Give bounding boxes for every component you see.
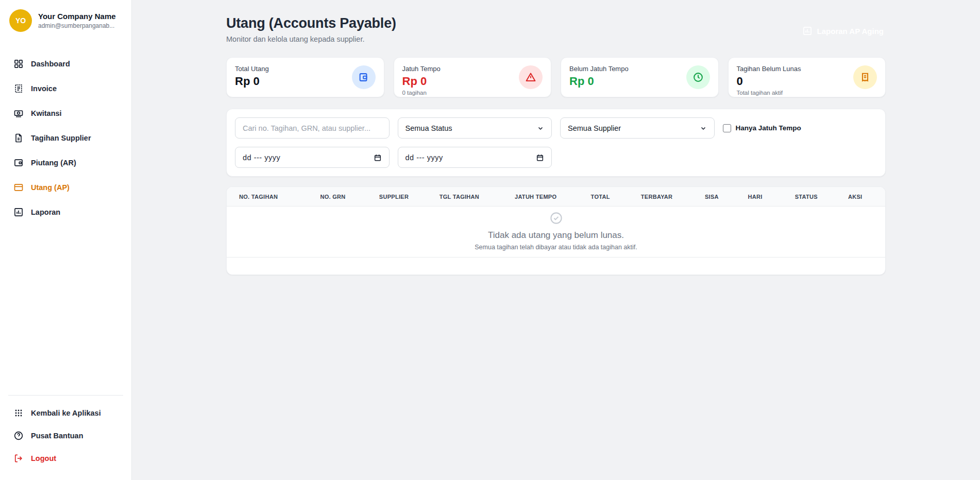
column-header-jatuh-tempo: JATUH TEMPO [515, 194, 591, 200]
sidebar-item-label: Tagihan Supplier [31, 134, 91, 142]
sidebar-item-pusat-bantuan[interactable]: Pusat Bantuan [8, 424, 123, 447]
sidebar-item-label: Logout [31, 454, 56, 462]
sidebar-item-label: Dashboard [31, 60, 70, 68]
status-select-value: Semua Status [405, 124, 452, 132]
stat-value: Rp 0 [402, 75, 441, 88]
chevron-down-icon [537, 125, 544, 132]
sidebar-item-kembali-ke-aplikasi[interactable]: Kembali ke Aplikasi [8, 402, 123, 424]
stat-info: Tagihan Belum Lunas 0 Total tagihan akti… [737, 64, 801, 91]
logout-icon [13, 453, 24, 464]
column-header-no-grn: NO. GRN [320, 194, 379, 200]
sidebar-item-label: Kembali ke Aplikasi [31, 409, 101, 417]
sidebar-item-tagihan-supplier[interactable]: Tagihan Supplier [8, 126, 123, 150]
help-circle-icon [13, 431, 24, 441]
supplier-select[interactable]: Semua Supplier [560, 117, 715, 139]
filter-bar: Semua Status Semua Supplier Hanya Jatuh … [226, 109, 886, 177]
search-input[interactable] [235, 117, 390, 139]
profile-section: YO Your Company Name admin@sumberpangana… [8, 7, 123, 40]
column-header-terbayar: TERBAYAR [641, 194, 705, 200]
laporan-ap-aging-button[interactable]: Laporan AP Aging [800, 23, 886, 39]
stat-card-tagihan-belum-lunas: Tagihan Belum Lunas 0 Total tagihan akti… [728, 57, 886, 97]
hanya-jatuh-tempo-checkbox[interactable] [723, 124, 731, 132]
column-header-tgl-tagihan: TGL TAGIHAN [440, 194, 515, 200]
table-footer [227, 257, 885, 275]
calendar-icon [536, 153, 544, 162]
date-to-value: dd --- yyyy [405, 153, 443, 162]
company-name: Your Company Name [38, 12, 116, 21]
date-to-input[interactable]: dd --- yyyy [398, 147, 552, 168]
check-circle-icon [549, 211, 563, 225]
column-header-hari: HARI [748, 194, 795, 200]
hanya-jatuh-tempo-label: Hanya Jatuh Tempo [736, 124, 801, 132]
sidebar-footer: Kembali ke Aplikasi Pusat Bantuan Logout [8, 395, 123, 470]
stat-sub: 0 tagihan [402, 90, 441, 96]
bar-chart-icon [802, 26, 813, 36]
sidebar-item-kwitansi[interactable]: Kwitansi [8, 101, 123, 126]
file-text-icon [13, 133, 24, 143]
alert-triangle-icon [519, 65, 543, 89]
stat-card-total-utang: Total Utang Rp 0 [226, 57, 384, 97]
invoice-icon [13, 83, 24, 94]
date-from-value: dd --- yyyy [243, 153, 280, 162]
main-content: Utang (Accounts Payable) Monitor dan kel… [132, 0, 980, 480]
empty-state: Tidak ada utang yang belum lunas. Semua … [227, 207, 885, 257]
column-header-status: STATUS [795, 194, 848, 200]
sidebar-item-laporan[interactable]: Laporan [8, 200, 123, 225]
grid-dots-icon [13, 408, 24, 418]
stat-sub: Total tagihan aktif [737, 90, 801, 96]
banknote-icon [13, 108, 24, 118]
avatar: YO [9, 9, 32, 32]
stat-value: Rp 0 [569, 75, 629, 88]
stat-info: Total Utang Rp 0 [235, 64, 269, 91]
stat-value: 0 [737, 75, 801, 88]
sidebar-item-label: Piutang (AR) [31, 159, 76, 167]
sidebar-nav: Dashboard Invoice Kwitansi Tagihan Suppl… [8, 52, 123, 225]
stat-card-jatuh-tempo: Jatuh Tempo Rp 0 0 tagihan [394, 57, 552, 97]
page-header: Utang (Accounts Payable) Monitor dan kel… [226, 15, 886, 43]
bar-chart-icon [13, 207, 24, 217]
sidebar-item-label: Utang (AP) [31, 183, 70, 192]
hanya-jatuh-tempo-filter: Hanya Jatuh Tempo [723, 117, 877, 139]
sidebar-item-dashboard[interactable]: Dashboard [8, 52, 123, 76]
stat-info: Jatuh Tempo Rp 0 0 tagihan [402, 64, 441, 91]
sidebar-item-invoice[interactable]: Invoice [8, 76, 123, 101]
dashboard-icon [13, 59, 24, 69]
page-header-text: Utang (Accounts Payable) Monitor dan kel… [226, 15, 396, 43]
chevron-down-icon [700, 125, 707, 132]
sidebar-item-piutang-ar[interactable]: Piutang (AR) [8, 150, 123, 175]
receipt-icon [853, 65, 877, 89]
sidebar-item-utang-ap[interactable]: Utang (AP) [8, 175, 123, 200]
column-header-sisa: SISA [705, 194, 748, 200]
sidebar-item-label: Kwitansi [31, 109, 62, 117]
column-header-supplier: SUPPLIER [379, 194, 440, 200]
sidebar-item-label: Laporan [31, 208, 60, 216]
column-header-aksi: AKSI [848, 194, 873, 200]
stat-card-belum-jatuh-tempo: Belum Jatuh Tempo Rp 0 [561, 57, 719, 97]
stat-label: Tagihan Belum Lunas [737, 65, 801, 73]
column-header-total: TOTAL [591, 194, 641, 200]
wallet-icon [13, 158, 24, 168]
clock-icon [686, 65, 710, 89]
sidebar: YO Your Company Name admin@sumberpangana… [0, 0, 132, 480]
payables-table: NO. TAGIHAN NO. GRN SUPPLIER TGL TAGIHAN… [226, 186, 886, 275]
column-header-no-tagihan: NO. TAGIHAN [239, 194, 320, 200]
calendar-icon [374, 153, 382, 162]
stat-value: Rp 0 [235, 75, 269, 88]
page-subtitle: Monitor dan kelola utang kepada supplier… [226, 35, 396, 43]
sidebar-item-label: Pusat Bantuan [31, 432, 83, 440]
page-title: Utang (Accounts Payable) [226, 15, 396, 31]
stat-label: Total Utang [235, 65, 269, 73]
profile-text: Your Company Name admin@sumberpanganab..… [38, 12, 116, 29]
table-header-row: NO. TAGIHAN NO. GRN SUPPLIER TGL TAGIHAN… [227, 187, 885, 207]
supplier-select-value: Semua Supplier [568, 124, 621, 132]
empty-state-title: Tidak ada utang yang belum lunas. [227, 230, 885, 241]
empty-state-subtitle: Semua tagihan telah dibayar atau tidak a… [227, 244, 885, 251]
status-select[interactable]: Semua Status [398, 117, 552, 139]
date-from-input[interactable]: dd --- yyyy [235, 147, 390, 168]
sidebar-item-label: Invoice [31, 84, 57, 93]
stat-label: Belum Jatuh Tempo [569, 65, 629, 73]
stat-label: Jatuh Tempo [402, 65, 441, 73]
sidebar-item-logout[interactable]: Logout [8, 447, 123, 470]
stat-info: Belum Jatuh Tempo Rp 0 [569, 64, 629, 91]
laporan-ap-aging-label: Laporan AP Aging [817, 27, 884, 36]
